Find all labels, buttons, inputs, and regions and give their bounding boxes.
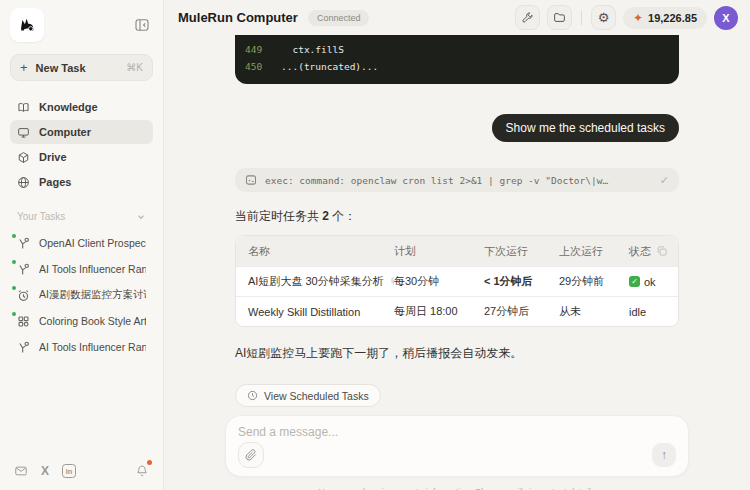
main-area: MuleRun Computer Connected ⚙ ✦ 19,226.85	[164, 0, 750, 490]
spark-icon: ✦	[633, 11, 643, 25]
task-item[interactable]: AI漫剧数据监控方案讨论	[10, 282, 153, 308]
wrench-icon	[521, 11, 534, 24]
alarm-clock-icon	[17, 289, 30, 302]
code-block: 449 ctx.fillS 450 ...(truncated)...	[235, 35, 679, 84]
view-scheduled-tasks-label: View Scheduled Tasks	[264, 390, 369, 402]
tools-button[interactable]	[515, 5, 540, 30]
active-dot	[12, 286, 16, 290]
mulerun-logo[interactable]	[10, 8, 44, 42]
your-tasks-label: Your Tasks	[17, 211, 65, 222]
code-line: 449 ctx.fillS	[245, 41, 669, 58]
task-item[interactable]: AI Tools Influencer Rank...	[10, 256, 153, 282]
view-scheduled-tasks-button[interactable]: View Scheduled Tasks	[235, 384, 381, 407]
task-item-label: OpenAI Client Prospecti...	[39, 237, 146, 249]
avatar[interactable]: X	[714, 6, 738, 30]
send-button[interactable]: ↑	[652, 443, 676, 467]
message-input[interactable]	[238, 425, 676, 439]
exec-command-row[interactable]: exec: command: openclaw cron list 2>&1 |…	[235, 168, 679, 192]
mule-icon	[17, 15, 37, 35]
notifications-bell-icon[interactable]	[135, 464, 149, 478]
chevron-down-icon	[136, 212, 146, 222]
cell-last-run: 29分钟前	[559, 274, 629, 289]
credits-balance[interactable]: ✦ 19,226.85	[623, 7, 707, 29]
connection-status-badge: Connected	[308, 10, 370, 26]
cell-schedule: 每周日 18:00	[394, 304, 484, 319]
attach-file-button[interactable]	[238, 442, 264, 468]
page-title: MuleRun Computer	[178, 10, 298, 25]
mail-icon[interactable]	[14, 464, 28, 478]
sidebar: + New Task ⌘K Knowledge Computer Drive P…	[0, 0, 164, 490]
task-item[interactable]: AI Tools Influencer Rank...	[10, 334, 153, 360]
scheduled-tasks-table: 名称 计划 下次运行 上次运行 状态 AI短剧大盘 30分钟采集分析	[235, 235, 679, 327]
task-item-label: Coloring Book Style Art ...	[39, 315, 146, 327]
sidebar-item-label: Knowledge	[39, 101, 98, 113]
assistant-text: AI短剧监控马上要跑下一期了，稍后播报会自动发来。	[235, 345, 679, 362]
linkedin-icon[interactable]: in	[62, 464, 76, 478]
globe-icon	[17, 176, 30, 189]
files-button[interactable]	[547, 5, 572, 30]
col-next-run: 下次运行	[484, 244, 559, 259]
code-line-number: 449	[245, 41, 271, 58]
plus-icon: +	[20, 60, 28, 75]
active-dot	[12, 260, 16, 264]
cell-schedule: 每30分钟	[394, 274, 484, 289]
agent-icon	[17, 341, 30, 354]
new-task-label: New Task	[36, 62, 127, 74]
notification-dot	[147, 460, 152, 465]
assistant-text: 当前定时任务共 2 个：	[235, 208, 679, 225]
table-row[interactable]: AI短剧大盘 30分钟采集分析 每30分钟 < 1分钟后 29分钟前 ✓ ok	[236, 266, 678, 296]
new-task-button[interactable]: + New Task ⌘K	[10, 54, 153, 81]
table-row[interactable]: Weekly Skill Distillation 每周日 18:00 27分钟…	[236, 296, 678, 326]
active-dot	[12, 234, 16, 238]
agent-icon	[17, 263, 30, 276]
your-tasks-section[interactable]: Your Tasks	[17, 211, 146, 222]
cell-next-run: 27分钟后	[484, 304, 559, 319]
arrow-up-icon: ↑	[661, 448, 667, 462]
cell-status: idle	[629, 306, 668, 318]
task-item[interactable]: OpenAI Client Prospecti...	[10, 230, 153, 256]
task-item[interactable]: Coloring Book Style Art ...	[10, 308, 153, 334]
monitor-icon	[17, 126, 30, 139]
clock-icon	[247, 390, 258, 401]
task-item-label: AI漫剧数据监控方案讨论	[39, 288, 146, 302]
active-dot	[12, 312, 16, 316]
cell-status: ok	[644, 276, 656, 288]
user-message-bubble: Show me the scheduled tasks	[492, 114, 679, 142]
credits-amount: 19,226.85	[648, 12, 697, 24]
book-icon	[17, 101, 30, 114]
drive-box-icon	[17, 151, 30, 164]
agent-icon	[17, 237, 30, 250]
gear-icon: ⚙	[598, 11, 610, 24]
ai-disclaimer: AI may produce inaccurate information. P…	[164, 477, 750, 490]
message-composer[interactable]: ↑	[225, 415, 689, 477]
x-twitter-icon[interactable]: X	[41, 465, 49, 478]
sidebar-item-pages[interactable]: Pages	[10, 170, 153, 194]
paperclip-icon	[245, 449, 257, 461]
cell-name: Weekly Skill Distillation	[248, 306, 360, 318]
sidebar-item-label: Pages	[39, 176, 71, 188]
sidebar-item-drive[interactable]: Drive	[10, 145, 153, 169]
green-check-icon: ✓	[629, 276, 640, 287]
sidebar-item-label: Drive	[39, 151, 67, 163]
task-item-label: AI Tools Influencer Rank...	[39, 341, 146, 353]
settings-button[interactable]: ⚙	[591, 5, 616, 30]
col-status: 状态	[629, 244, 651, 259]
divider	[581, 11, 582, 25]
collapse-sidebar-icon[interactable]	[131, 14, 153, 36]
cell-next-run: < 1分钟后	[484, 274, 559, 289]
copy-table-icon[interactable]	[656, 245, 668, 257]
cell-last-run: 从未	[559, 304, 629, 319]
sidebar-item-knowledge[interactable]: Knowledge	[10, 95, 153, 119]
sidebar-item-label: Computer	[39, 126, 91, 138]
col-schedule: 计划	[394, 244, 484, 259]
table-header-row: 名称 计划 下次运行 上次运行 状态	[236, 236, 678, 266]
col-name: 名称	[248, 244, 394, 259]
status-badge: ✓ ok	[629, 276, 668, 288]
cell-name: AI短剧大盘 30分钟采集分析	[248, 274, 384, 289]
sidebar-item-computer[interactable]: Computer	[10, 120, 153, 144]
new-task-shortcut: ⌘K	[126, 62, 143, 73]
chat-scroll-area[interactable]: 449 ctx.fillS 450 ...(truncated)... Show…	[164, 35, 750, 490]
code-line: 450 ...(truncated)...	[245, 58, 669, 75]
exec-command-text: exec: command: openclaw cron list 2>&1 |…	[265, 175, 652, 186]
check-icon: ✓	[660, 174, 669, 187]
